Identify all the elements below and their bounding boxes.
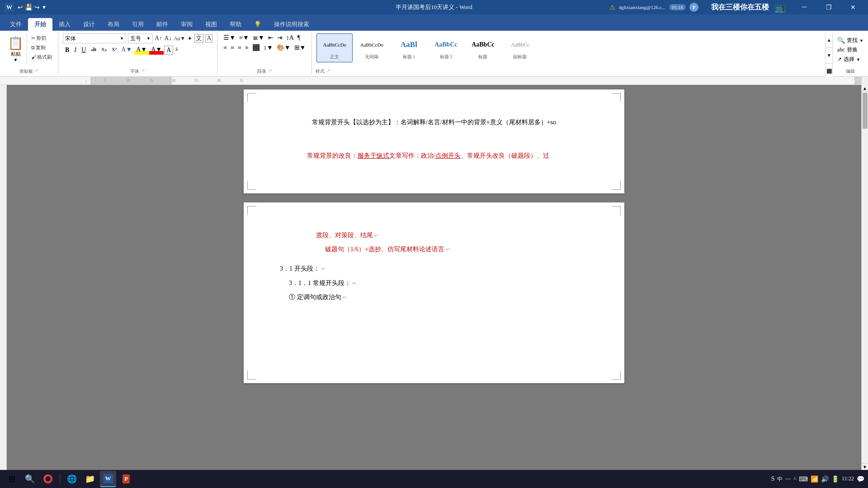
select-button[interactable]: ↗ 选择 ▼: [837, 56, 860, 63]
show-marks-button[interactable]: ¶: [296, 34, 302, 42]
taskbar-clock[interactable]: 11:22: [842, 475, 854, 483]
paste-dropdown-icon[interactable]: ▼: [14, 57, 18, 62]
taskbar-start[interactable]: ⊞: [4, 471, 20, 487]
align-right-button[interactable]: ≡: [236, 44, 243, 52]
subscript-button[interactable]: X₂: [99, 46, 109, 55]
tab-insert[interactable]: 插入: [52, 18, 77, 31]
document-area[interactable]: 常规背景开头【以选抄为主】：名词解释/名言/材料一中的背景+意义（尾材料居多）+…: [7, 85, 861, 470]
tab-view[interactable]: 视图: [199, 18, 223, 31]
clipboard-expand-icon[interactable]: ↗: [34, 69, 38, 74]
user-email[interactable]: dglixianxiang@126.c...: [619, 5, 665, 10]
tab-references[interactable]: 引用: [126, 18, 150, 31]
decrease-font-button[interactable]: A↓: [164, 35, 172, 42]
styles-expand-icon[interactable]: ↗: [326, 69, 330, 74]
border-button[interactable]: ⊞▼: [293, 43, 307, 52]
strikethrough-button[interactable]: ab̶: [89, 46, 99, 55]
tray-battery[interactable]: 🔋: [831, 475, 839, 483]
ordered-list-button[interactable]: ≡▼: [238, 34, 250, 42]
tab-file[interactable]: 文件: [4, 18, 28, 31]
tab-lightbulb[interactable]: 💡: [248, 18, 268, 31]
styles-scroll-down[interactable]: ▼: [826, 48, 832, 63]
style-subtitle[interactable]: AaBbCc 副标题: [502, 33, 538, 62]
increase-indent-button[interactable]: ⇥: [276, 33, 284, 42]
font-color-button[interactable]: A▼: [149, 46, 164, 55]
taskbar-word[interactable]: W: [100, 471, 116, 487]
close-btn[interactable]: ✕: [843, 0, 863, 14]
styles-scroll-up[interactable]: ▲: [826, 33, 832, 48]
decrease-indent-button[interactable]: ⇤: [267, 33, 275, 42]
find-button[interactable]: 查找: [847, 37, 858, 44]
font-family-dropdown[interactable]: ▼: [120, 36, 124, 41]
highlight-color-button[interactable]: A▼: [134, 46, 149, 55]
format-painter-button[interactable]: 🖌 格式刷: [30, 52, 53, 61]
align-justify-button[interactable]: ≡: [244, 44, 250, 52]
tray-volume[interactable]: 🔊: [821, 475, 829, 483]
tab-design[interactable]: 设计: [77, 18, 101, 31]
increase-font-button[interactable]: A↑: [155, 35, 162, 42]
phonetic-button[interactable]: ā: [174, 46, 179, 55]
style-no-spacing[interactable]: AaBbCcDo 无间隔: [354, 33, 390, 62]
find-dropdown[interactable]: ▼: [859, 38, 863, 43]
tab-mailings[interactable]: 邮件: [150, 18, 175, 31]
outline-list-button[interactable]: ≣▼: [251, 33, 266, 42]
bold-button[interactable]: B: [63, 46, 71, 55]
scroll-thumb[interactable]: [863, 93, 868, 129]
style-heading2[interactable]: AaBbCc 标题 2: [428, 33, 464, 62]
tray-sogou[interactable]: S: [771, 475, 775, 483]
right-scrollbar[interactable]: ▲ ▼: [861, 85, 868, 470]
tray-notification[interactable]: 💬: [857, 475, 864, 483]
tray-dots[interactable]: ⋯: [785, 476, 791, 483]
tab-search[interactable]: 操作说明搜索: [268, 18, 316, 31]
cut-button[interactable]: ✂ 剪切: [30, 33, 53, 42]
line-spacing-button[interactable]: ↕▼: [262, 44, 274, 52]
sort-button[interactable]: ↕A: [285, 34, 295, 42]
paragraph-expand-icon[interactable]: ↗: [268, 69, 272, 74]
redo-icon[interactable]: ↪: [34, 4, 40, 11]
superscript-button[interactable]: X²: [109, 46, 119, 55]
minimize-btn[interactable]: ─: [794, 0, 815, 14]
tab-home[interactable]: 开始: [28, 18, 52, 31]
font-family-selector[interactable]: 宋体 ▼: [63, 33, 126, 43]
font-size-dropdown[interactable]: ▼: [146, 36, 151, 41]
save-icon[interactable]: 💾: [25, 4, 33, 11]
style-title[interactable]: AaBbCc 标题: [465, 33, 501, 62]
text-effect-button[interactable]: A▼: [119, 46, 134, 55]
ruler-main[interactable]: | 5 10 15 20 25 30 35: [172, 77, 854, 84]
font-border-button[interactable]: A: [164, 46, 173, 55]
customize-icon[interactable]: ▼: [42, 5, 47, 10]
chinese-format-button[interactable]: 文: [194, 34, 203, 43]
change-case-button[interactable]: Aa▼: [174, 35, 185, 42]
text-outline-button[interactable]: A: [205, 34, 212, 42]
tab-help[interactable]: 帮助: [223, 18, 248, 31]
taskbar-explorer[interactable]: 📁: [82, 471, 98, 487]
font-expand-icon[interactable]: ↗: [141, 69, 145, 74]
style-normal[interactable]: AaBbCcDo 正文: [316, 33, 353, 62]
taskbar-taskview[interactable]: ⭕: [40, 471, 56, 487]
tab-layout[interactable]: 布局: [101, 18, 126, 31]
underline-button[interactable]: U: [79, 46, 88, 55]
font-size-selector[interactable]: 五号 ▼: [128, 33, 153, 43]
paste-button[interactable]: 📋 粘贴 ▼: [5, 33, 27, 64]
taskbar-powerpoint[interactable]: P: [118, 471, 134, 487]
taskbar-search[interactable]: 🔍: [22, 471, 38, 487]
taskbar-edge[interactable]: 🌐: [64, 471, 80, 487]
tray-keyboard[interactable]: ⌨: [799, 475, 808, 483]
scroll-up-btn[interactable]: ▲: [862, 85, 868, 92]
clear-format-button[interactable]: ✦: [187, 35, 193, 42]
undo-icon[interactable]: ↩: [18, 4, 23, 11]
scroll-down-btn[interactable]: ▼: [862, 463, 868, 470]
tray-arrow[interactable]: ^: [793, 476, 796, 483]
align-center-button[interactable]: ≡: [229, 44, 236, 52]
style-heading1[interactable]: AaBl 标题 1: [391, 33, 427, 62]
shading-button[interactable]: 🎨▼: [275, 43, 292, 52]
distribute-button[interactable]: ⬛: [251, 43, 261, 52]
tab-review[interactable]: 审阅: [175, 18, 199, 31]
unordered-list-button[interactable]: ☰▼: [222, 33, 237, 42]
tray-sogou2[interactable]: 中: [777, 475, 783, 483]
tray-wifi[interactable]: 📶: [811, 475, 818, 483]
italic-button[interactable]: I: [72, 46, 79, 55]
select-dropdown[interactable]: ▼: [856, 57, 860, 62]
align-left-button[interactable]: ≡: [222, 44, 228, 52]
replace-button[interactable]: abc 替换: [837, 46, 858, 54]
restore-btn[interactable]: ❐: [818, 0, 839, 14]
